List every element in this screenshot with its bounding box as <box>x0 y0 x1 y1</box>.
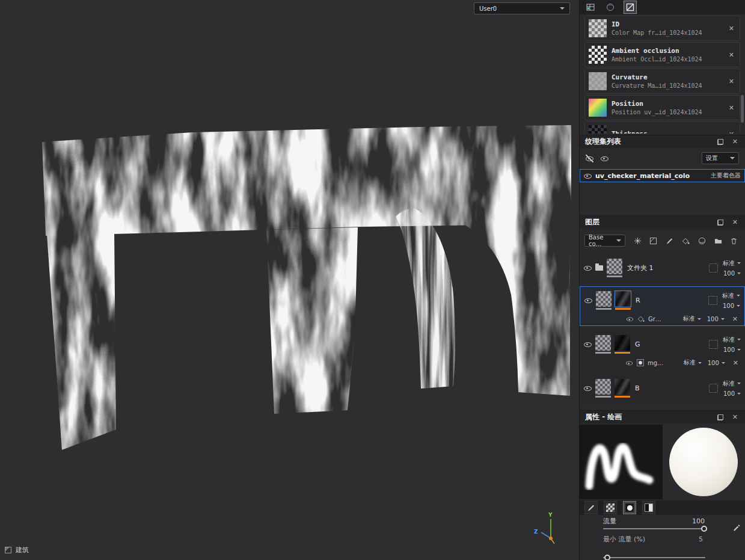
scrollbar-thumb[interactable] <box>741 95 744 123</box>
layer-thumbnail[interactable] <box>595 335 611 351</box>
brush-tool-icon[interactable] <box>584 501 598 514</box>
layer-row-g[interactable]: G 标准 100 mg… 标准 100 ✕ <box>580 331 745 369</box>
slider-track[interactable] <box>603 528 705 529</box>
panel-title: 属性 - 绘画 <box>585 412 622 422</box>
mask-slot[interactable] <box>708 296 717 305</box>
material-sphere-icon[interactable] <box>604 1 617 14</box>
model-3d-arch[interactable] <box>0 0 579 560</box>
pen-pressure-icon[interactable] <box>733 523 741 531</box>
close-icon[interactable]: ✕ <box>727 77 736 86</box>
close-icon[interactable]: ✕ <box>731 218 740 227</box>
layer-row-folder[interactable]: 文件夹 1 标准 100 <box>580 254 745 282</box>
axis-gizmo[interactable]: Y Z <box>527 508 570 550</box>
close-icon[interactable]: ✕ <box>731 413 740 422</box>
grayscale-icon[interactable] <box>642 501 655 514</box>
viewport-split-icon[interactable] <box>624 1 637 14</box>
alpha-checker-icon[interactable] <box>604 501 617 514</box>
visibility-eye-icon[interactable] <box>584 264 592 272</box>
texture-set-row[interactable]: uv_checker_material_colo 主要着色器 <box>580 169 745 182</box>
remove-effect-icon[interactable]: ✕ <box>731 358 740 368</box>
layer-name: G <box>635 340 640 348</box>
layer-row-b[interactable]: B 标准 100 <box>580 374 745 402</box>
fill-layer-icon[interactable] <box>648 235 660 247</box>
visibility-eye-icon[interactable] <box>626 359 633 366</box>
blend-mode-dropdown[interactable]: 标准 <box>683 315 701 323</box>
texture-map-item[interactable]: ID Color Map fr…id_1024x1024 ✕ <box>584 16 740 41</box>
trash-icon[interactable] <box>728 235 740 247</box>
slider-handle[interactable] <box>604 555 610 560</box>
layer-content-thumbnail[interactable] <box>615 335 630 351</box>
blend-mode-dropdown[interactable]: 标准 <box>722 292 740 300</box>
blend-mode-dropdown[interactable]: 标准 <box>723 259 741 268</box>
texture-map-thumbnail <box>589 99 607 117</box>
opacity-dropdown[interactable]: 100 <box>723 303 740 309</box>
folder-icon[interactable] <box>712 235 724 247</box>
object-icon[interactable] <box>5 547 11 553</box>
texture-map-item[interactable]: Position Position uv_…id_1024x1024 ✕ <box>584 95 740 120</box>
blend-mode-dropdown[interactable]: 标准 <box>723 336 741 344</box>
eye-icon[interactable] <box>601 155 609 162</box>
slider-handle[interactable] <box>701 526 707 532</box>
layer-effect-row[interactable]: Gr… 标准 100 ✕ <box>580 313 744 325</box>
layer-row-r[interactable]: R 标准 100 Gr… 标准 100 ✕ <box>580 286 745 326</box>
grid-view-icon[interactable] <box>584 1 597 14</box>
close-icon[interactable]: ✕ <box>727 51 736 60</box>
undock-icon[interactable] <box>717 139 723 145</box>
eye-slash-icon[interactable] <box>586 155 593 162</box>
layer-thumbnail[interactable] <box>595 379 611 395</box>
mask-slot[interactable] <box>709 340 718 349</box>
min-flow-value[interactable]: 5 <box>699 535 703 543</box>
blend-mode-dropdown[interactable]: 标准 <box>723 380 741 388</box>
user-channel-value: User0 <box>479 5 497 12</box>
visibility-eye-icon[interactable] <box>627 315 633 322</box>
layer-effect-row[interactable]: mg… 标准 100 ✕ <box>580 357 745 369</box>
layer-thumbnail[interactable] <box>607 259 622 274</box>
effect-icon[interactable] <box>631 235 643 247</box>
undock-icon[interactable] <box>717 414 723 420</box>
settings-dropdown[interactable]: 设置 <box>702 152 739 164</box>
layer-thumbnail[interactable] <box>596 291 612 307</box>
opacity-dropdown[interactable]: 100 <box>708 360 725 366</box>
mask-slot[interactable] <box>709 263 718 272</box>
settings-dropdown-value: 设置 <box>706 154 718 162</box>
opacity-dropdown[interactable]: 100 <box>723 270 741 277</box>
visibility-eye-icon[interactable] <box>584 384 592 392</box>
close-icon[interactable]: ✕ <box>727 103 736 112</box>
opacity-dropdown[interactable]: 100 <box>707 316 725 322</box>
close-icon[interactable]: ✕ <box>731 137 740 146</box>
right-sidebar: ID Color Map fr…id_1024x1024 ✕ Ambient o… <box>579 0 745 560</box>
min-flow-slider[interactable] <box>603 555 705 560</box>
flow-slider[interactable] <box>603 526 705 532</box>
brush-settings-tabs <box>580 500 745 515</box>
channel-dropdown[interactable]: Base co… <box>584 235 625 247</box>
fill-bucket-icon[interactable] <box>679 235 691 247</box>
paint-layer-brush-icon[interactable] <box>664 235 676 247</box>
remove-effect-icon[interactable]: ✕ <box>731 315 740 324</box>
texture-map-subtitle: Curvature Ma…id_1024x1024 <box>612 82 702 89</box>
mask-slot[interactable] <box>709 384 718 393</box>
flow-value[interactable]: 100 <box>692 517 705 525</box>
material-preview-sphere <box>669 428 738 496</box>
undock-icon[interactable] <box>717 220 723 226</box>
smart-material-icon[interactable] <box>696 235 708 247</box>
visibility-eye-icon[interactable] <box>584 340 592 348</box>
texture-set-name: uv_checker_material_colo <box>595 172 690 180</box>
texture-map-item[interactable]: Thickness ✕ <box>584 122 740 134</box>
layer-content-thumbnail[interactable] <box>615 291 631 307</box>
visibility-eye-icon[interactable] <box>584 297 592 304</box>
layer-content-thumbnail[interactable] <box>615 379 630 395</box>
close-icon[interactable]: ✕ <box>727 24 736 33</box>
channel-bar <box>595 396 611 398</box>
blend-mode-dropdown[interactable]: 标准 <box>684 358 702 367</box>
opacity-dropdown[interactable]: 100 <box>723 390 741 397</box>
viewport-3d[interactable]: User0 建筑 Y Z <box>0 0 579 560</box>
chevron-down-icon <box>730 157 735 159</box>
slider-track[interactable] <box>603 557 705 558</box>
user-channel-dropdown[interactable]: User0 <box>474 2 570 14</box>
stencil-icon[interactable] <box>623 501 636 514</box>
close-icon[interactable]: ✕ <box>727 130 736 134</box>
opacity-dropdown[interactable]: 100 <box>723 346 741 353</box>
texture-map-item[interactable]: Curvature Curvature Ma…id_1024x1024 ✕ <box>584 69 740 94</box>
texture-map-item[interactable]: Ambient occlusion Ambient Occl…id_1024x1… <box>584 42 740 67</box>
visibility-eye-icon[interactable] <box>584 172 592 180</box>
